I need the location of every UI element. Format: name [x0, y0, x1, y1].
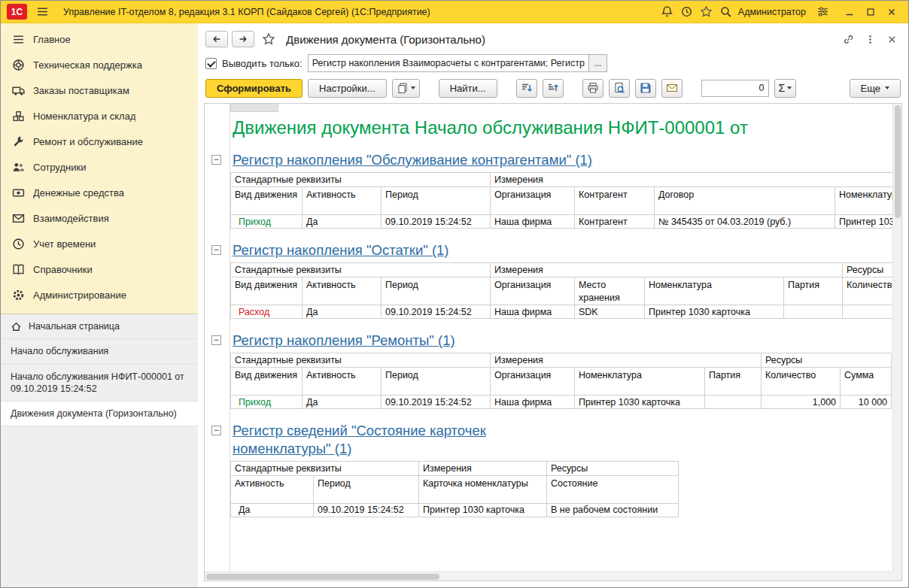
sidebar-item-10[interactable]: Администрирование: [1, 282, 198, 308]
nav-item-label: Начальная страница: [29, 320, 120, 332]
data-cell: Наша фирма: [491, 215, 575, 229]
mail-button[interactable]: [661, 79, 683, 98]
report-title: Движения документа Начало обслуживания Н…: [233, 117, 892, 138]
copy-dropdown-button[interactable]: [392, 79, 420, 98]
content-header: Движения документа (Горизонтально): [198, 23, 908, 52]
global-search-button[interactable]: [717, 3, 735, 21]
sidebar-item-label: Номенклатура и склад: [33, 111, 135, 122]
minimize-icon: [844, 7, 855, 17]
find-button[interactable]: Найти...: [439, 79, 497, 98]
settings-button[interactable]: Настройки...: [308, 79, 387, 98]
column-header-cell: Период: [314, 475, 419, 503]
back-icon: [211, 34, 222, 44]
forward-button[interactable]: [232, 31, 254, 47]
sidebar-item-4[interactable]: Ремонт и обслуживание: [1, 129, 198, 154]
sidebar: ГлавноеТехническая поддержкаЗаказы поста…: [1, 23, 198, 587]
service-settings-button[interactable]: [813, 3, 831, 21]
vertical-scrollbar-thumb[interactable]: [895, 105, 901, 218]
group-header-cell: Стандартные реквизиты: [231, 353, 491, 368]
sidebar-item-label: Взаимодействия: [33, 213, 109, 224]
sidebar-item-3[interactable]: Номенклатура и склад: [1, 103, 198, 129]
collapse-button[interactable]: −: [211, 335, 221, 345]
warehouse-icon: [12, 110, 25, 123]
save-icon: [640, 82, 652, 94]
group-header-cell: Измерения: [491, 263, 843, 277]
nav-item-2[interactable]: Начало обслуживания НФИТ-000001 от 09.10…: [1, 365, 198, 402]
column-header-cell: Партия: [705, 368, 762, 396]
copy-icon: [397, 82, 409, 94]
column-header-cell: Период: [382, 277, 491, 305]
sidebar-item-1[interactable]: Техническая поддержка: [1, 52, 198, 77]
vertical-scrollbar[interactable]: [892, 104, 901, 571]
history-icon: [680, 5, 693, 18]
filter-browse-button[interactable]: ...: [588, 55, 607, 71]
data-cell: Контрагент: [575, 215, 655, 229]
data-cell: 09.10.2019 15:24:52: [382, 215, 491, 229]
time-icon: [12, 238, 25, 250]
notifications-button[interactable]: [658, 3, 676, 21]
section-table: Стандартные реквизитыИзмеренияРесурсыВид…: [230, 262, 892, 319]
history-button[interactable]: [678, 3, 696, 21]
close-form-button[interactable]: [883, 30, 901, 48]
close-window-button[interactable]: [881, 3, 902, 21]
employees-icon: [12, 161, 25, 174]
sidebar-item-7[interactable]: Взаимодействия: [1, 205, 198, 231]
collapse-button[interactable]: −: [211, 426, 221, 435]
favorite-star-icon[interactable]: [262, 32, 275, 46]
column-header-cell: Номенклатура: [645, 277, 784, 305]
sum-button[interactable]: Σ: [774, 79, 797, 98]
nav-item-0[interactable]: Начальная страница: [1, 314, 198, 339]
data-cell: Принтер 1030 карточка: [419, 503, 547, 517]
search-icon: [719, 5, 732, 18]
section-heading[interactable]: Регистр накопления "Остатки" (1): [233, 241, 449, 259]
sidebar-item-0[interactable]: Главное: [1, 26, 198, 52]
save-button[interactable]: [635, 79, 656, 98]
nav-item-3[interactable]: Движения документа (Горизонтально): [1, 402, 198, 426]
section-heading[interactable]: Регистр накопления "Ремонты" (1): [233, 332, 455, 349]
column-header-cell: Сумма: [841, 368, 892, 396]
group-header-cell: Измерения: [491, 353, 762, 368]
filter-checkbox[interactable]: [205, 58, 217, 69]
sidebar-item-5[interactable]: Сотрудники: [1, 154, 198, 180]
data-cell: Приход: [231, 396, 302, 409]
data-cell: Да: [231, 503, 314, 517]
minimize-button[interactable]: [839, 3, 860, 21]
preview-button[interactable]: [609, 79, 630, 98]
collapse-button[interactable]: −: [211, 245, 221, 255]
sidebar-item-8[interactable]: Учет времени: [1, 231, 198, 256]
more-label: Еще: [861, 83, 880, 94]
maximize-button[interactable]: [860, 3, 881, 21]
get-link-button[interactable]: [839, 30, 857, 48]
section-heading[interactable]: Регистр сведений "Состояние карточек ном…: [233, 422, 556, 456]
horizontal-scrollbar-thumb[interactable]: [206, 574, 439, 580]
sidebar-item-9[interactable]: Справочники: [1, 256, 198, 282]
form-menu-button[interactable]: [861, 30, 879, 48]
data-cell: Принтер 1030 карточка: [835, 215, 893, 229]
counter-input[interactable]: [701, 80, 769, 97]
more-button[interactable]: Еще: [850, 79, 901, 98]
favorites-button[interactable]: [698, 3, 716, 21]
column-header-cell: Активность: [302, 187, 382, 215]
nav-item-1[interactable]: Начало обслуживания: [1, 339, 198, 364]
sidebar-item-label: Ремонт и обслуживание: [33, 136, 143, 147]
sidebar-item-label: Учет времени: [33, 238, 96, 250]
filter-row: Выводить только: ...: [198, 52, 908, 74]
section-heading[interactable]: Регистр накопления "Обслуживание контраг…: [233, 151, 592, 168]
column-header-cell: Количество: [762, 368, 841, 396]
expand-groups-button[interactable]: [516, 79, 537, 98]
sidebar-item-6[interactable]: Денежные средства: [1, 180, 198, 205]
group-header-cell: Стандартные реквизиты: [231, 173, 491, 187]
horizontal-scrollbar[interactable]: [205, 571, 892, 580]
print-button[interactable]: [582, 79, 603, 98]
sidebar-item-2[interactable]: Заказы поставщикам: [1, 77, 198, 103]
generate-button[interactable]: Сформировать: [205, 79, 302, 98]
column-header-cell: Период: [382, 368, 491, 396]
collapse-button[interactable]: −: [211, 155, 221, 165]
content-panel: Движения документа (Горизонтально) Вывод…: [198, 23, 908, 587]
back-button[interactable]: [205, 31, 228, 47]
1c-logo: 1С: [7, 4, 27, 20]
main-menu-button[interactable]: [33, 3, 51, 21]
filter-input[interactable]: [309, 55, 588, 71]
collapse-groups-button[interactable]: [543, 79, 564, 98]
column-header-cell: Договор: [655, 187, 835, 215]
